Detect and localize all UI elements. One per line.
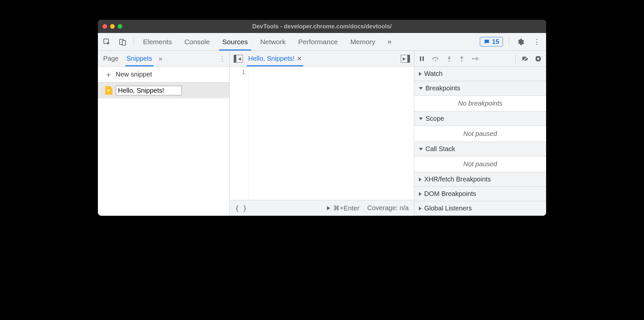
editor-body[interactable]: 1	[230, 67, 414, 200]
line-number: 1	[230, 69, 245, 76]
svg-rect-4	[423, 56, 424, 61]
settings-icon[interactable]	[515, 38, 526, 46]
svg-rect-3	[420, 56, 421, 61]
minimize-window-button[interactable]	[110, 24, 115, 29]
snippet-list-item[interactable]	[98, 82, 229, 98]
editor-tabbar: ◀ Hello, Snippets! ✕ ▶	[230, 51, 414, 67]
section-label: DOM Breakpoints	[424, 190, 476, 198]
section-header-xhr-fetch-breakpoints[interactable]: XHR/fetch Breakpoints	[414, 172, 546, 187]
pause-icon[interactable]	[419, 56, 425, 62]
snippet-file-icon	[105, 86, 112, 95]
more-subtabs-icon[interactable]: »	[159, 55, 162, 62]
svg-point-8	[472, 58, 474, 59]
tab-performance[interactable]: Performance	[295, 33, 341, 50]
titlebar: DevTools - developer.chrome.com/docs/dev…	[98, 20, 546, 33]
toggle-debugger-button[interactable]: ▶	[401, 55, 410, 63]
messages-badge[interactable]: 15	[480, 37, 503, 47]
messages-count: 15	[492, 38, 499, 46]
close-tab-icon[interactable]: ✕	[297, 55, 302, 62]
divider	[515, 54, 516, 63]
section-label: Global Listeners	[424, 205, 472, 212]
code-area[interactable]	[249, 67, 414, 200]
step-icon[interactable]	[472, 56, 479, 61]
maximize-window-button[interactable]	[118, 24, 122, 29]
section-label: Breakpoints	[425, 84, 460, 92]
divider	[133, 38, 134, 46]
section-body: Not paused	[414, 156, 546, 172]
plus-icon: ＋	[104, 69, 112, 80]
debugger-toolbar	[414, 51, 546, 67]
navigator-tabs: Page Snippets » ⋮	[98, 51, 229, 67]
svg-rect-2	[122, 41, 126, 45]
run-hint: ⌘+Enter	[333, 204, 359, 212]
new-snippet-label: New snippet	[116, 71, 152, 78]
chevron-down-icon	[419, 148, 423, 150]
section-label: Watch	[424, 70, 443, 78]
editor-tab-label: Hello, Snippets!	[248, 55, 294, 62]
tab-memory[interactable]: Memory	[347, 33, 379, 50]
chevron-right-icon	[419, 72, 422, 76]
deactivate-breakpoints-icon[interactable]	[522, 55, 529, 62]
tab-console[interactable]: Console	[181, 33, 213, 50]
subtab-page[interactable]: Page	[102, 51, 120, 66]
debugger-pane: WatchBreakpointsNo breakpointsScopeNot p…	[414, 51, 546, 216]
line-gutter: 1	[230, 67, 249, 200]
editor-tab[interactable]: Hello, Snippets! ✕	[247, 51, 303, 66]
window-title: DevTools - developer.chrome.com/docs/dev…	[98, 23, 546, 30]
section-header-call-stack[interactable]: Call Stack	[414, 142, 546, 156]
svg-point-6	[449, 60, 450, 62]
tab-network[interactable]: Network	[257, 33, 289, 50]
pause-on-exceptions-icon[interactable]	[535, 55, 542, 62]
device-toggle-icon[interactable]	[118, 37, 128, 47]
format-code-button[interactable]: { }	[235, 204, 247, 212]
run-snippet-button[interactable]: ⌘+Enter	[326, 204, 359, 212]
coverage-label[interactable]: Coverage: n/a	[367, 204, 409, 212]
inspect-icon[interactable]	[102, 37, 112, 47]
tab-sources[interactable]: Sources	[219, 33, 251, 50]
section-label: XHR/fetch Breakpoints	[424, 176, 491, 183]
chevron-down-icon	[419, 117, 423, 120]
subtab-snippets[interactable]: Snippets	[125, 51, 154, 66]
chevron-right-icon	[419, 207, 422, 210]
snippet-name-input[interactable]	[116, 86, 182, 95]
more-menu-icon[interactable]: ⋮	[532, 38, 542, 46]
editor-pane: ◀ Hello, Snippets! ✕ ▶ 1 { }	[230, 51, 414, 216]
navigator-more-icon[interactable]: ⋮	[219, 55, 225, 63]
devtools-window: DevTools - developer.chrome.com/docs/dev…	[98, 20, 546, 216]
traffic-lights	[102, 24, 122, 29]
section-header-dom-breakpoints[interactable]: DOM Breakpoints	[414, 187, 546, 201]
section-header-watch[interactable]: Watch	[414, 67, 546, 81]
chevron-right-icon	[419, 177, 422, 181]
chevron-right-icon	[419, 192, 422, 196]
step-over-icon[interactable]	[432, 56, 439, 62]
step-into-icon[interactable]	[447, 55, 452, 62]
svg-point-5	[435, 60, 436, 61]
editor-footer: { } ⌘+Enter Coverage: n/a	[230, 200, 414, 216]
svg-point-7	[461, 60, 462, 62]
chevron-down-icon	[419, 87, 423, 90]
new-snippet-button[interactable]: ＋ New snippet	[98, 67, 229, 82]
debug-sections: WatchBreakpointsNo breakpointsScopeNot p…	[414, 67, 546, 216]
main-area: Page Snippets » ⋮ ＋ New snippet ◀	[98, 51, 546, 216]
tab-elements[interactable]: Elements	[140, 33, 175, 50]
step-out-icon[interactable]	[459, 55, 464, 62]
section-label: Scope	[425, 115, 444, 122]
section-body: Not paused	[414, 126, 546, 142]
section-body: No breakpoints	[414, 96, 546, 112]
divider	[509, 38, 509, 46]
close-window-button[interactable]	[102, 24, 107, 29]
section-header-breakpoints[interactable]: Breakpoints	[414, 81, 546, 96]
section-header-global-listeners[interactable]: Global Listeners	[414, 201, 546, 216]
section-header-scope[interactable]: Scope	[414, 112, 546, 126]
more-tabs-icon[interactable]: »	[385, 37, 395, 47]
toggle-navigator-button[interactable]: ◀	[234, 55, 243, 63]
top-toolbar: Elements Console Sources Network Perform…	[98, 33, 546, 51]
section-label: Call Stack	[425, 145, 455, 153]
navigator-pane: Page Snippets » ⋮ ＋ New snippet	[98, 51, 230, 216]
